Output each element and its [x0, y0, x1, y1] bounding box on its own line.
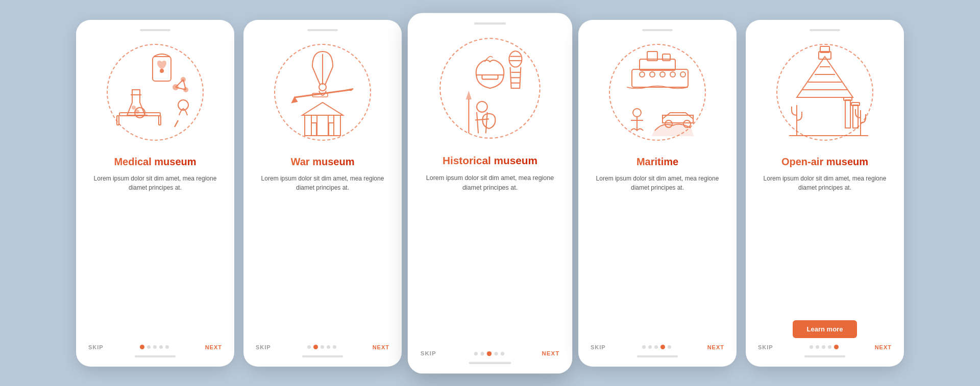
svg-rect-40 [663, 54, 670, 61]
top-bar-medical [88, 29, 222, 31]
svg-marker-19 [302, 102, 343, 115]
next-button-historical[interactable]: NEXT [542, 350, 560, 356]
dot-3 [159, 345, 163, 349]
dot-4-open [834, 345, 839, 349]
dot-3-mar [660, 345, 665, 349]
svg-point-43 [660, 72, 665, 77]
svg-rect-21 [329, 123, 334, 136]
dots-medical [140, 345, 169, 349]
nav-row-openair: SKIP NEXT [758, 344, 892, 350]
top-bar-maritime [591, 29, 724, 31]
bottom-indicator-war [302, 355, 343, 357]
top-bar-line-mar [642, 29, 673, 31]
illustration-war [266, 36, 379, 148]
skip-button-medical[interactable]: SKIP [88, 344, 104, 350]
illustration-medical [99, 36, 211, 148]
maritime-svg [606, 41, 708, 143]
bottom-indicator-medical [135, 355, 176, 357]
svg-point-9 [132, 106, 135, 109]
svg-line-5 [176, 80, 183, 87]
svg-point-28 [509, 51, 522, 67]
bottom-indicator-historical [469, 362, 511, 364]
dot-0-hist [474, 351, 477, 355]
learn-more-button[interactable]: Learn more [793, 320, 857, 338]
top-bar-line [140, 29, 170, 31]
top-bar-war [256, 29, 389, 31]
dot-4-war [333, 345, 336, 349]
top-bar-line-open [810, 29, 840, 31]
dot-2-open [822, 345, 825, 349]
next-button-war[interactable]: NEXT [373, 344, 389, 350]
card-body-openair: Lorem ipsum dolor sit dim amet, mea regi… [758, 174, 892, 312]
card-body-medical: Lorem ipsum dolor sit dim amet, mea regi… [88, 174, 222, 336]
dots-historical [474, 351, 504, 355]
dot-1-mar [648, 345, 652, 349]
svg-point-34 [477, 101, 487, 112]
card-title-historical: Historical museum [443, 154, 537, 167]
svg-rect-12 [117, 116, 119, 125]
screens-container: Medical museum Lorem ipsum dolor sit dim… [76, 20, 904, 367]
historical-svg [437, 35, 543, 141]
svg-rect-18 [305, 115, 340, 136]
next-button-maritime[interactable]: NEXT [707, 344, 724, 350]
svg-point-45 [680, 72, 685, 77]
svg-rect-60 [845, 100, 850, 128]
dot-2-mar [654, 345, 658, 349]
dot-1-war [313, 345, 318, 349]
dot-0-open [810, 345, 813, 349]
card-body-maritime: Lorem ipsum dolor sit dim amet, mea regi… [591, 174, 724, 336]
svg-rect-27 [482, 75, 498, 79]
dots-openair [810, 345, 839, 349]
dot-0 [140, 345, 144, 349]
skip-button-historical[interactable]: SKIP [421, 350, 436, 356]
dots-war [307, 345, 336, 349]
nav-row-maritime: SKIP NEXT [591, 344, 724, 350]
card-openair: Open-air museum Lorem ipsum dolor sit di… [746, 20, 904, 367]
nav-row-medical: SKIP NEXT [88, 344, 222, 350]
card-war: War museum Lorem ipsum dolor sit dim ame… [243, 20, 402, 367]
svg-marker-36 [467, 92, 471, 98]
svg-rect-20 [311, 123, 316, 136]
skip-button-war[interactable]: SKIP [256, 344, 271, 350]
medical-svg [104, 41, 206, 143]
dot-2-hist [486, 351, 491, 355]
dots-maritime [642, 345, 671, 349]
dot-4-mar [668, 345, 671, 349]
nav-row-historical: SKIP NEXT [421, 350, 559, 356]
illustration-historical [432, 30, 549, 146]
dot-1 [147, 345, 151, 349]
skip-button-openair[interactable]: SKIP [758, 344, 773, 350]
svg-point-16 [319, 84, 326, 91]
dot-2-war [321, 345, 324, 349]
skip-button-maritime[interactable]: SKIP [591, 344, 606, 350]
dot-3-hist [494, 351, 498, 355]
dot-1-open [816, 345, 819, 349]
dot-0-war [307, 345, 311, 349]
top-bar-line-war [307, 29, 338, 31]
dot-4 [165, 345, 169, 349]
top-bar-openair [758, 29, 892, 31]
dot-2 [153, 345, 157, 349]
card-title-war: War museum [291, 156, 355, 168]
bottom-indicator-maritime [637, 355, 678, 357]
next-button-openair[interactable]: NEXT [875, 344, 892, 350]
card-title-maritime: Maritime [636, 156, 678, 168]
card-body-historical: Lorem ipsum dolor sit dim amet, mea regi… [421, 173, 559, 342]
openair-svg [774, 41, 876, 143]
card-maritime: Maritime Lorem ipsum dolor sit dim amet,… [578, 20, 737, 367]
svg-point-41 [640, 72, 645, 77]
illustration-openair [769, 36, 881, 148]
svg-rect-63 [851, 102, 860, 106]
svg-point-46 [633, 109, 641, 117]
card-medical: Medical museum Lorem ipsum dolor sit dim… [76, 20, 234, 367]
war-svg [272, 41, 374, 143]
svg-point-42 [650, 72, 655, 77]
card-title-medical: Medical museum [114, 156, 196, 168]
top-bar-historical [421, 22, 559, 24]
nav-row-war: SKIP NEXT [256, 344, 389, 350]
svg-marker-51 [797, 57, 853, 97]
next-button-medical[interactable]: NEXT [205, 344, 222, 350]
dot-3-war [327, 345, 330, 349]
dot-4-hist [500, 351, 504, 355]
card-historical: Historical museum Lorem ipsum dolor sit … [408, 13, 572, 373]
